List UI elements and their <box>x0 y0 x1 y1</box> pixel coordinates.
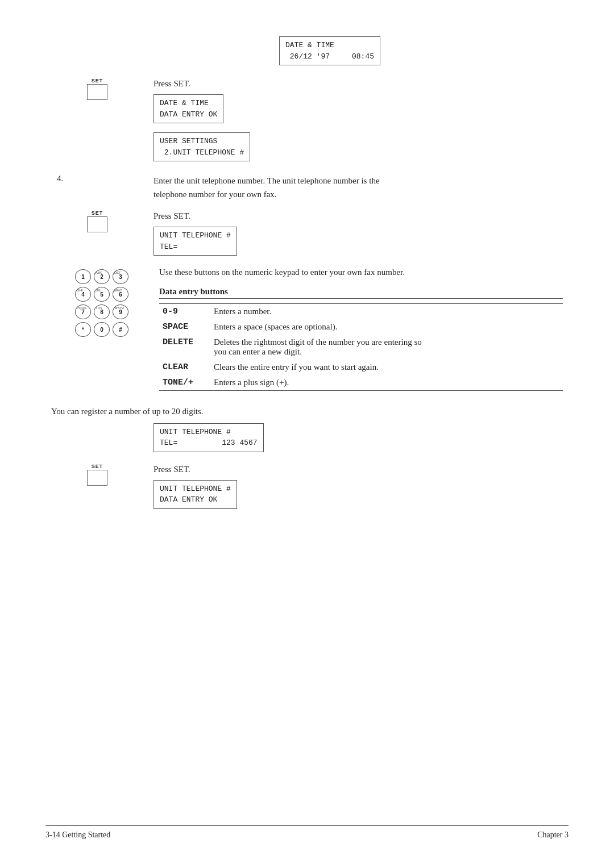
step-content-4: Enter the unit telephone number. The uni… <box>154 174 563 201</box>
step-right-2: Press SET. UNIT TELEPHONE # TEL= <box>154 209 563 258</box>
table-row-clear: CLEAR Clears the entire entry if you wan… <box>159 360 563 375</box>
val-tone: Enters a plus sign (+). <box>210 375 563 391</box>
set-label-3: SET <box>92 464 103 469</box>
set-block-2: SET <box>83 210 111 232</box>
display-entry-ok: DATE & TIME DATA ENTRY OK <box>154 94 223 123</box>
set-block-1: SET <box>83 78 111 100</box>
table-row-delete: DELETE Deletes the rightmost digit of th… <box>159 335 563 360</box>
numbered-step-4: 4. Enter the unit telephone number. The … <box>51 174 563 201</box>
footer-right: Chapter 3 <box>537 831 569 840</box>
set-block-3: SET <box>83 464 111 486</box>
step-left-2: SET <box>51 209 154 232</box>
page-footer: 3-14 Getting Started Chapter 3 <box>45 825 569 840</box>
step-number-4: 4. <box>51 174 154 183</box>
table-row-09: 0-9 Enters a number. <box>159 303 563 319</box>
step-left-1: SET <box>51 77 154 100</box>
key-09: 0-9 <box>159 303 210 319</box>
display-unit-tel-number: UNIT TELEPHONE # TEL= 123 4567 <box>154 423 264 452</box>
set-button-2[interactable] <box>87 216 107 232</box>
set-button-3[interactable] <box>87 470 107 486</box>
set-label-1: SET <box>92 78 103 84</box>
press-set-text-1: Press SET. <box>154 77 563 89</box>
step-row-1: SET Press SET. DATE & TIME DATA ENTRY OK… <box>51 77 563 164</box>
key-5[interactable]: JKL 5 <box>94 287 110 302</box>
set-button-1[interactable] <box>87 84 107 100</box>
display-final-entry-ok: UNIT TELEPHONE # DATA ENTRY OK <box>154 480 237 509</box>
data-entry-title: Data entry buttons <box>159 287 563 299</box>
key-delete: DELETE <box>159 335 210 360</box>
press-set-text-3: Press SET. <box>154 462 563 474</box>
key-7[interactable]: PQRS 7 <box>75 304 91 319</box>
key-space: SPACE <box>159 319 210 335</box>
key-tone: TONE/+ <box>159 375 210 391</box>
reg-text: You can register a number of up to 20 di… <box>51 407 563 416</box>
key-1[interactable]: 1 <box>75 269 91 284</box>
key-star[interactable]: * <box>75 322 91 337</box>
press-set-text-2: Press SET. <box>154 209 563 221</box>
key-9[interactable]: WXYZ 9 <box>113 304 128 319</box>
set-label-2: SET <box>92 210 103 216</box>
key-0[interactable]: 0 <box>94 322 110 337</box>
key-hash[interactable]: # <box>113 322 128 337</box>
display-unit-tel-empty: UNIT TELEPHONE # TEL= <box>154 227 237 256</box>
key-2[interactable]: ABC 2 <box>94 269 110 284</box>
display-datetime-initial: DATE & TIME 26/12 '97 08:45 <box>279 36 380 65</box>
val-space: Enters a space (spaces are optional). <box>210 319 563 335</box>
table-row-tone: TONE/+ Enters a plus sign (+). <box>159 375 563 391</box>
display-user-settings: USER SETTINGS 2.UNIT TELEPHONE # <box>154 132 250 161</box>
keypad-col: 1 ABC 2 DEF 3 GHI 4 JKL 5 <box>51 266 154 340</box>
step-row-2: SET Press SET. UNIT TELEPHONE # TEL= <box>51 209 563 258</box>
footer-left: 3-14 Getting Started <box>45 831 110 840</box>
key-6[interactable]: MNO 6 <box>113 287 128 302</box>
val-09: Enters a number. <box>210 303 563 319</box>
key-clear: CLEAR <box>159 360 210 375</box>
table-row-space: SPACE Enters a space (spaces are optiona… <box>159 319 563 335</box>
data-entry-section: Data entry buttons 0-9 Enters a number. … <box>159 287 563 391</box>
keypad-instruction-text: Use these buttons on the numeric keypad … <box>154 266 563 399</box>
data-entry-table: 0-9 Enters a number. SPACE Enters a spac… <box>159 303 563 391</box>
key-3[interactable]: DEF 3 <box>113 269 128 284</box>
keypad: 1 ABC 2 DEF 3 GHI 4 JKL 5 <box>75 269 130 338</box>
val-delete: Deletes the rightmost digit of the numbe… <box>210 335 563 360</box>
key-8[interactable]: TUV 8 <box>94 304 110 319</box>
step-left-3: SET <box>51 462 154 486</box>
key-4[interactable]: GHI 4 <box>75 287 91 302</box>
page-content: DATE & TIME 26/12 '97 08:45 SET Press SE… <box>51 34 563 511</box>
val-clear: Clears the entire entry if you want to s… <box>210 360 563 375</box>
step-right-3: Press SET. UNIT TELEPHONE # DATA ENTRY O… <box>154 462 563 511</box>
step-right-1: Press SET. DATE & TIME DATA ENTRY OK USE… <box>154 77 563 164</box>
instruction-block: 1 ABC 2 DEF 3 GHI 4 JKL 5 <box>51 266 563 399</box>
step-row-3: SET Press SET. UNIT TELEPHONE # DATA ENT… <box>51 462 563 511</box>
displays-col-1: DATE & TIME DATA ENTRY OK USER SETTINGS … <box>154 92 563 164</box>
